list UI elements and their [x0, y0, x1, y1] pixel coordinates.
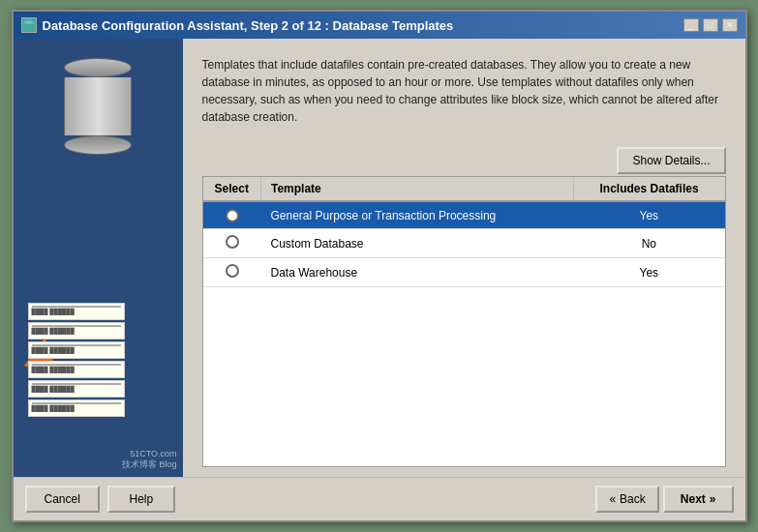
left-panel: ████ ██████ ████ ██████ ████ ██████ ████…	[14, 39, 183, 477]
radio-inner-0	[229, 213, 235, 219]
help-button[interactable]: Help	[107, 486, 175, 513]
cylinder-top	[64, 58, 132, 77]
radio-cell-2[interactable]	[203, 258, 261, 287]
table-row[interactable]: General Purpose or Transaction Processin…	[203, 201, 725, 229]
cylinder-bottom	[64, 135, 132, 155]
table-header: Select Template Includes Datafiles	[203, 177, 725, 201]
right-panel: Templates that include datafiles contain…	[183, 39, 745, 477]
illustration: ████ ██████ ████ ██████ ████ ██████ ████…	[14, 39, 183, 477]
title-bar-left: Database Configuration Assistant, Step 2…	[21, 17, 454, 33]
templates-table-container: Select Template Includes Datafiles	[202, 176, 726, 467]
template-name-2[interactable]: Data Warehouse	[261, 258, 574, 287]
minimize-button[interactable]: _	[683, 18, 699, 32]
template-name-1[interactable]: Custom Database	[261, 229, 574, 258]
document-5: ████ ██████	[28, 380, 125, 398]
main-window: Database Configuration Assistant, Step 2…	[12, 10, 747, 522]
table-row[interactable]: Custom Database No	[203, 229, 725, 258]
document-1: ████ ██████	[28, 303, 125, 320]
cancel-button[interactable]: Cancel	[25, 486, 100, 513]
datafiles-2: Yes	[573, 258, 724, 287]
bottom-bar: Cancel Help « Back Next »	[14, 477, 745, 520]
col-select: Select	[203, 177, 261, 201]
table-body: General Purpose or Transaction Processin…	[203, 201, 725, 287]
bottom-left-buttons: Cancel Help	[25, 486, 175, 513]
cylinder-body	[64, 77, 132, 135]
back-arrow-icon: «	[609, 492, 616, 506]
next-button[interactable]: Next »	[663, 486, 734, 513]
next-label: Next	[681, 492, 706, 506]
document-stack: ████ ██████ ████ ██████ ████ ██████ ████…	[28, 303, 154, 419]
radio-button-0[interactable]	[226, 209, 239, 222]
col-datafiles: Includes Datafiles	[573, 177, 724, 201]
maximize-button[interactable]: □	[703, 18, 718, 32]
radio-button-1[interactable]	[226, 235, 239, 249]
description-text: Templates that include datafiles contain…	[202, 56, 726, 126]
radio-button-2[interactable]	[226, 264, 239, 278]
back-button[interactable]: « Back	[595, 486, 658, 513]
navigation-buttons: « Back Next »	[595, 486, 733, 513]
show-details-button[interactable]: Show Details...	[617, 147, 725, 174]
template-name-0[interactable]: General Purpose or Transaction Processin…	[261, 201, 574, 229]
back-label: Back	[620, 492, 646, 506]
next-arrow-icon: »	[710, 492, 716, 506]
datafiles-0: Yes	[573, 201, 724, 229]
database-cylinder	[64, 58, 132, 135]
table-row[interactable]: Data Warehouse Yes	[203, 258, 725, 287]
radio-cell-0[interactable]	[203, 201, 261, 229]
radio-cell-1[interactable]	[203, 229, 261, 258]
templates-table: Select Template Includes Datafiles	[203, 177, 725, 287]
title-bar: Database Configuration Assistant, Step 2…	[14, 12, 745, 39]
document-4: ████ ██████	[28, 361, 125, 378]
app-icon	[21, 17, 37, 33]
show-details-row: Show Details...	[202, 147, 726, 174]
table-header-row: Select Template Includes Datafiles	[203, 177, 725, 201]
watermark: 51CTO.com 技术博客 Blog	[122, 449, 177, 471]
col-template: Template	[261, 177, 574, 201]
document-2: ████ ██████	[28, 322, 125, 340]
close-button[interactable]: ✕	[722, 18, 738, 32]
content-area: ████ ██████ ████ ██████ ████ ██████ ████…	[14, 39, 745, 477]
document-6: ████ ██████	[28, 399, 125, 417]
datafiles-1: No	[573, 229, 724, 258]
title-controls: _ □ ✕	[683, 18, 738, 32]
document-3: ████ ██████	[28, 341, 125, 359]
window-title: Database Configuration Assistant, Step 2…	[43, 18, 454, 33]
svg-point-1	[24, 20, 34, 24]
